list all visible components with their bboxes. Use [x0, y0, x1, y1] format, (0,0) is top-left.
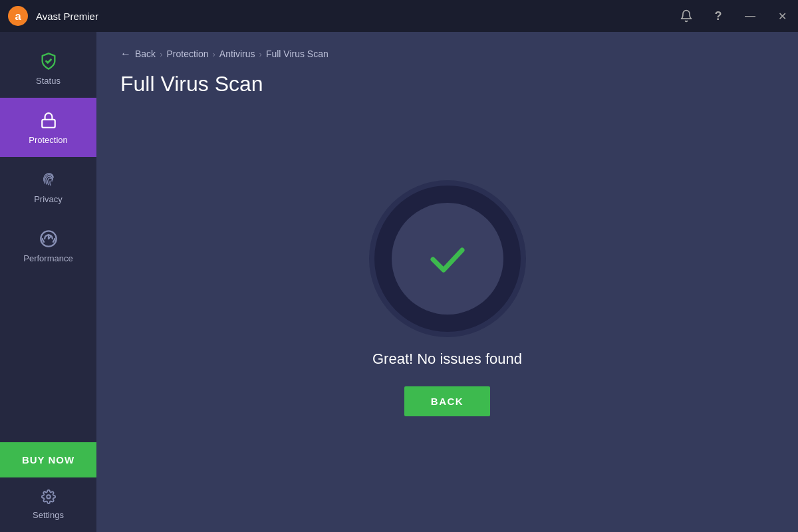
help-icon: ? [715, 9, 722, 23]
app-title: Avast Premier [36, 11, 98, 22]
back-result-button[interactable]: BACK [404, 386, 490, 416]
svg-text:a: a [15, 10, 21, 22]
buy-now-button[interactable]: BUY NOW [0, 442, 96, 477]
help-button[interactable]: ? [702, 0, 734, 32]
svg-rect-2 [42, 120, 55, 128]
minimize-icon: — [745, 10, 755, 22]
breadcrumb-protection[interactable]: Protection [166, 49, 208, 59]
back-breadcrumb-link[interactable]: ← Back [120, 48, 156, 60]
sidebar-privacy-label: Privacy [34, 194, 63, 204]
sidebar-performance-label: Performance [23, 253, 72, 263]
lock-icon [38, 110, 59, 131]
sidebar: Status Protection [0, 32, 96, 532]
notification-bell-button[interactable] [670, 0, 702, 32]
sidebar-item-privacy[interactable]: Privacy [0, 157, 96, 216]
window-controls: ? — ✕ [670, 0, 798, 32]
sidebar-item-protection[interactable]: Protection [0, 98, 96, 157]
close-icon: ✕ [778, 10, 787, 23]
scan-result-area: Great! No issues found BACK [96, 96, 798, 532]
breadcrumb-current: Full Virus Scan [266, 49, 329, 59]
checkmark-icon [421, 231, 474, 292]
breadcrumb-sep-2: › [213, 49, 215, 59]
sidebar-status-label: Status [36, 76, 61, 86]
sidebar-settings-label: Settings [33, 510, 64, 520]
avast-logo-icon: a [8, 6, 28, 26]
result-text: Great! No issues found [372, 350, 522, 368]
result-circle-outer [374, 186, 521, 332]
minimize-button[interactable]: — [734, 0, 766, 32]
page-title: Full Virus Scan [96, 66, 798, 96]
breadcrumb-sep-1: › [160, 49, 162, 59]
close-button[interactable]: ✕ [766, 0, 798, 32]
sidebar-item-status[interactable]: Status [0, 39, 96, 98]
sidebar-item-settings[interactable]: Settings [0, 477, 96, 532]
sidebar-protection-label: Protection [29, 135, 68, 145]
fingerprint-icon [38, 169, 59, 190]
breadcrumb-antivirus[interactable]: Antivirus [219, 49, 255, 59]
breadcrumb-sep-3: › [259, 49, 262, 59]
back-label: Back [135, 49, 156, 59]
sidebar-item-performance[interactable]: Performance [0, 216, 96, 275]
titlebar: a Avast Premier ? — ✕ [0, 0, 798, 32]
content-area: ← Back › Protection › Antivirus › Full V… [96, 32, 798, 532]
result-circle-inner [392, 203, 503, 315]
speedometer-icon [38, 228, 59, 249]
main-layout: Status Protection [0, 32, 798, 532]
settings-icon [41, 489, 56, 506]
breadcrumb: ← Back › Protection › Antivirus › Full V… [96, 32, 798, 66]
app-logo: a Avast Premier [8, 6, 98, 26]
shield-icon [38, 51, 59, 72]
svg-point-4 [47, 495, 51, 499]
back-arrow-icon: ← [120, 48, 131, 60]
